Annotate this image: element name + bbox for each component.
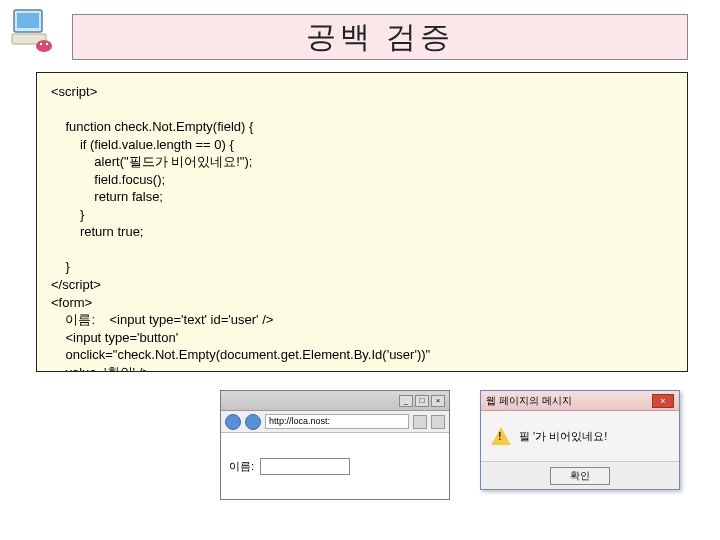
browser-toolbar: http://loca.nost: bbox=[221, 411, 449, 433]
alert-titlebar: 웹 페이지의 메시지 × bbox=[481, 391, 679, 411]
screenshots-row: _ □ × http://loca.nost: 이름: 웹 페이지의 메시지 × bbox=[220, 390, 700, 520]
title-bar: 공백 검증 bbox=[72, 14, 688, 60]
alert-title-text: 웹 페이지의 메시지 bbox=[486, 394, 572, 408]
close-button[interactable]: × bbox=[431, 395, 445, 407]
alert-body: 필 '가 비어있네요! bbox=[481, 411, 679, 461]
address-bar[interactable]: http://loca.nost: bbox=[265, 414, 409, 429]
alert-close-button[interactable]: × bbox=[652, 394, 674, 408]
back-icon[interactable] bbox=[225, 414, 241, 430]
maximize-button[interactable]: □ bbox=[415, 395, 429, 407]
slide: 공백 검증 <script> function check.Not.Empty(… bbox=[0, 0, 720, 540]
name-label: 이름: bbox=[229, 459, 254, 474]
browser-titlebar: _ □ × bbox=[221, 391, 449, 411]
home-icon[interactable] bbox=[431, 415, 445, 429]
computer-icon bbox=[8, 6, 56, 54]
name-input[interactable] bbox=[260, 458, 350, 475]
svg-point-4 bbox=[40, 43, 42, 45]
slide-title: 공백 검증 bbox=[306, 17, 454, 58]
browser-body: 이름: bbox=[221, 433, 449, 499]
minimize-button[interactable]: _ bbox=[399, 395, 413, 407]
code-block: <script> function check.Not.Empty(field)… bbox=[36, 72, 688, 372]
warning-icon bbox=[491, 427, 511, 445]
alert-ok-button[interactable]: 확인 bbox=[550, 467, 610, 485]
svg-point-5 bbox=[46, 43, 48, 45]
forward-icon[interactable] bbox=[245, 414, 261, 430]
svg-point-3 bbox=[36, 40, 52, 52]
alert-dialog: 웹 페이지의 메시지 × 필 '가 비어있네요! 확인 bbox=[480, 390, 680, 490]
alert-message: 필 '가 비어있네요! bbox=[519, 429, 607, 444]
browser-window: _ □ × http://loca.nost: 이름: bbox=[220, 390, 450, 500]
refresh-icon[interactable] bbox=[413, 415, 427, 429]
alert-footer: 확인 bbox=[481, 461, 679, 489]
svg-rect-1 bbox=[17, 13, 39, 28]
